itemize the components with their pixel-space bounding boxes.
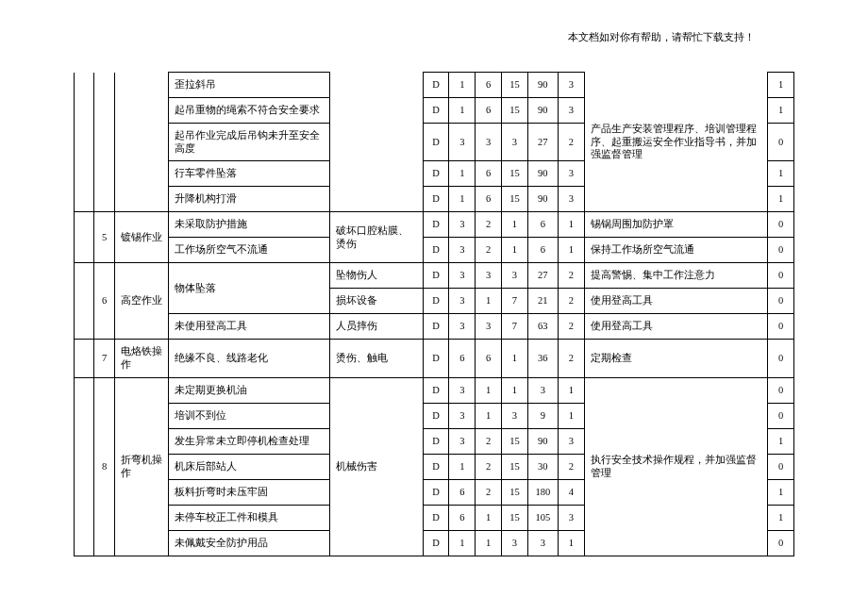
cell-consequence: 坠物伤人 — [330, 263, 423, 289]
cell-consequence: 破坏口腔粘膜、烫伤 — [330, 212, 423, 263]
cell-cause: 歪拉斜吊 — [169, 73, 330, 98]
cell-activity: 镀锡作业 — [114, 212, 169, 263]
cell-num — [94, 73, 114, 212]
cell-cause: 未采取防护措施 — [169, 212, 330, 238]
table-row: 8 折弯机操作 未定期更换机油 机械伤害 D31131 执行安全技术操作规程，并… — [75, 377, 794, 403]
risk-table: 歪拉斜吊 D 1 6 15 90 3 产品生产安装管理程序、培训管理程序、起重搬… — [74, 72, 794, 556]
cell-cause: 工作场所空气不流通 — [169, 238, 330, 263]
risk-table-wrap: 歪拉斜吊 D 1 6 15 90 3 产品生产安装管理程序、培训管理程序、起重搬… — [74, 72, 794, 556]
header-note: 本文档如对你有帮助，请帮忙下载支持！ — [568, 30, 755, 44]
cell-measure: 产品生产安装管理程序、培训管理程序、起重搬运安全作业指导书，并加强监督管理 — [584, 73, 767, 212]
cell-measure: 提高警惕、集中工作注意力 — [584, 263, 767, 289]
cell-cause: 未佩戴安全防护用品 — [169, 530, 330, 556]
table-row: 5 镀锡作业 未采取防护措施 破坏口腔粘膜、烫伤 D32161 锡锅周围加防护罩… — [75, 212, 794, 238]
cell-consequence — [330, 73, 423, 212]
cell-cause: 物体坠落 — [169, 263, 330, 314]
cell-activity: 折弯机操作 — [114, 377, 169, 556]
cell-cause: 起吊重物的绳索不符合安全要求 — [169, 98, 330, 124]
cell-last: 1 — [768, 73, 794, 98]
cell-num: 8 — [94, 377, 114, 556]
cell-measure: 保持工作场所空气流通 — [584, 238, 767, 263]
table-row: 6 高空作业 物体坠落 坠物伤人 D333272 提高警惕、集中工作注意力 0 — [75, 263, 794, 289]
cell-cause: 绝缘不良、线路老化 — [169, 340, 330, 377]
cell-num: 7 — [94, 340, 114, 377]
cell-measure: 使用登高工具 — [584, 289, 767, 314]
cell-idx — [75, 263, 94, 340]
cell-d: D — [423, 73, 449, 98]
cell-measure: 定期检查 — [584, 340, 767, 377]
cell-consequence: 机械伤害 — [330, 377, 423, 556]
cell-consequence: 人员摔伤 — [330, 314, 423, 340]
cell-v2: 6 — [476, 73, 502, 98]
cell-num: 5 — [94, 212, 114, 263]
table-row: 歪拉斜吊 D 1 6 15 90 3 产品生产安装管理程序、培训管理程序、起重搬… — [75, 73, 794, 98]
cell-cause: 未定期更换机油 — [169, 377, 330, 403]
cell-measure: 锡锅周围加防护罩 — [584, 212, 767, 238]
cell-cause: 发生异常未立即停机检查处理 — [169, 428, 330, 454]
cell-num: 6 — [94, 263, 114, 340]
cell-cause: 板料折弯时未压牢固 — [169, 479, 330, 505]
cell-consequence: 烫伤、触电 — [330, 340, 423, 377]
cell-activity — [114, 73, 169, 212]
cell-activity: 高空作业 — [114, 263, 169, 340]
cell-idx — [75, 377, 94, 556]
cell-v1: 1 — [449, 73, 476, 98]
cell-cause: 起吊作业完成后吊钩未升至安全高度 — [169, 124, 330, 161]
cell-cause: 机床后部站人 — [169, 454, 330, 479]
cell-activity: 电烙铁操作 — [114, 340, 169, 377]
cell-cause: 未停车校正工件和模具 — [169, 505, 330, 530]
cell-idx — [75, 340, 94, 377]
cell-cause: 未使用登高工具 — [169, 314, 330, 340]
table-row: 工作场所空气不流通 D32161 保持工作场所空气流通 0 — [75, 238, 794, 263]
cell-cause: 培训不到位 — [169, 403, 330, 428]
table-row: 未使用登高工具 人员摔伤 D337632 使用登高工具 0 — [75, 314, 794, 340]
cell-idx — [75, 212, 94, 263]
cell-cause: 行车零件坠落 — [169, 161, 330, 187]
cell-measure: 执行安全技术操作规程，并加强监督管理 — [584, 377, 767, 556]
cell-v5: 3 — [558, 73, 584, 98]
cell-v3: 15 — [502, 73, 528, 98]
table-row: 7 电烙铁操作 绝缘不良、线路老化 烫伤、触电 D661362 定期检查 0 — [75, 340, 794, 377]
cell-measure: 使用登高工具 — [584, 314, 767, 340]
cell-idx — [75, 73, 94, 212]
cell-cause: 升降机构打滑 — [169, 187, 330, 212]
cell-v4: 90 — [527, 73, 558, 98]
cell-consequence: 损坏设备 — [330, 289, 423, 314]
